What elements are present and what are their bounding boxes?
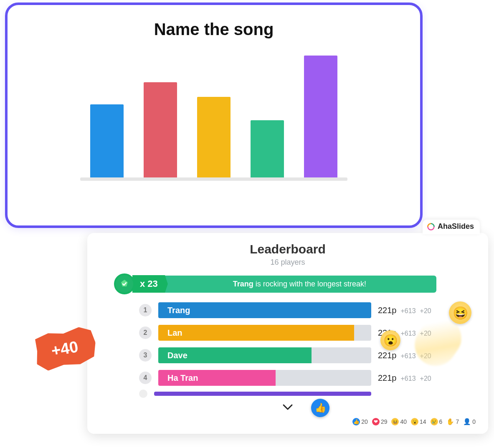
chart-bar (90, 104, 124, 177)
wow-emoji-icon: 😮 (380, 330, 400, 350)
chart-title: Name the song (24, 20, 403, 39)
reaction-count: 14 (420, 418, 426, 425)
score-points: 221p (378, 351, 397, 360)
ahaslides-logo-icon (427, 223, 435, 231)
laugh-emoji-icon: 😆 (449, 301, 471, 324)
score-cell: 221p +613 +20 (378, 373, 461, 383)
streak-message: Trang is rocking with the longest streak… (163, 276, 436, 293)
score-bar-fill (154, 392, 371, 396)
score-delta: +613 (401, 352, 416, 360)
chart-baseline (80, 177, 347, 181)
leaderboard-card: AhaSlides Leaderboard 16 players x 23 Tr… (87, 233, 488, 434)
leaderboard-subtitle: 16 players (97, 258, 478, 267)
chart-bar (197, 97, 231, 177)
score-bar-fill: Dave (158, 347, 312, 363)
streak-player-name: Trang (233, 280, 253, 288)
score-bar-track: Dave (158, 347, 371, 363)
chevron-down-icon (282, 403, 293, 411)
reaction-sad[interactable]: 😢6 (431, 418, 443, 425)
reaction-count: 6 (439, 418, 443, 425)
reaction-wow[interactable]: 😮14 (411, 418, 426, 425)
score-bar-fill: Ha Tran (158, 370, 276, 386)
streak-message-text: is rocking with the longest streak! (253, 280, 366, 288)
reaction-count: 0 (472, 418, 476, 425)
heart-icon: ❤ (372, 418, 380, 425)
chart-bar (304, 56, 337, 177)
reaction-count: 20 (361, 418, 368, 425)
score-bar-fill: Trang (158, 302, 371, 318)
player-name: Lan (167, 328, 182, 338)
leaderboard-row-collapsed (97, 391, 478, 396)
rank-badge: 4 (139, 372, 152, 384)
player-name: Dave (167, 351, 187, 360)
reaction-heart[interactable]: ❤29 (372, 418, 388, 425)
score-delta: +20 (420, 375, 431, 382)
chart-bar (251, 120, 284, 177)
streak-badge-icon (114, 273, 135, 294)
like-bubble-icon: 👍 (311, 399, 329, 417)
rank-badge: 1 (139, 304, 152, 316)
like-icon: 👍 (352, 418, 360, 425)
rank-badge (139, 390, 147, 398)
brand-name: AhaSlides (438, 222, 474, 231)
reaction-count: 40 (400, 418, 407, 425)
wow-icon: 😮 (411, 418, 418, 425)
score-delta: +613 (401, 375, 416, 382)
score-bar-track: Ha Tran (158, 370, 371, 386)
score-bar-fill: Lan (158, 325, 354, 341)
hand-icon: ✋ (446, 418, 454, 425)
chart-bar (144, 82, 177, 177)
score-bar-track: Trang (158, 302, 371, 318)
reaction-laugh[interactable]: 😆40 (391, 418, 407, 425)
bonus-value: +40 (50, 337, 80, 360)
leaderboard-row: 1 Trang 221p +613 +20 (97, 301, 478, 319)
score-bar-track (154, 392, 371, 396)
laugh-icon: 😆 (391, 418, 399, 425)
streak-multiplier: x 23 (132, 275, 168, 293)
bar-chart (80, 56, 347, 181)
reactions-bar: 👍20 ❤29 😆40 😮14 😢6 ✋7 👤0 (97, 414, 478, 430)
reaction-count: 29 (381, 418, 388, 425)
score-delta: +613 (401, 330, 416, 337)
chart-card: Name the song (5, 3, 423, 228)
score-points: 221p (378, 373, 397, 383)
score-delta: +20 (420, 307, 431, 315)
reaction-user[interactable]: 👤0 (463, 418, 476, 425)
score-bar-track: Lan (158, 325, 371, 341)
leaderboard-title: Leaderboard (97, 242, 478, 256)
score-delta: +613 (401, 307, 416, 315)
player-name: Trang (167, 306, 190, 315)
reaction-hand[interactable]: ✋7 (446, 418, 459, 425)
score-points: 221p (378, 306, 397, 315)
sad-icon: 😢 (431, 418, 438, 425)
rank-badge: 2 (139, 327, 152, 339)
player-name: Ha Tran (167, 373, 198, 383)
reaction-like[interactable]: 👍20 (352, 418, 368, 425)
user-icon: 👤 (463, 418, 471, 425)
streak-banner: x 23 Trang is rocking with the longest s… (114, 274, 436, 294)
reaction-count: 7 (456, 418, 459, 425)
brand-pill[interactable]: AhaSlides (423, 220, 480, 234)
leaderboard-row: 4 Ha Tran 221p +613 +20 (97, 369, 478, 387)
rank-badge: 3 (139, 349, 152, 362)
expand-leaderboard-button[interactable] (97, 400, 478, 414)
